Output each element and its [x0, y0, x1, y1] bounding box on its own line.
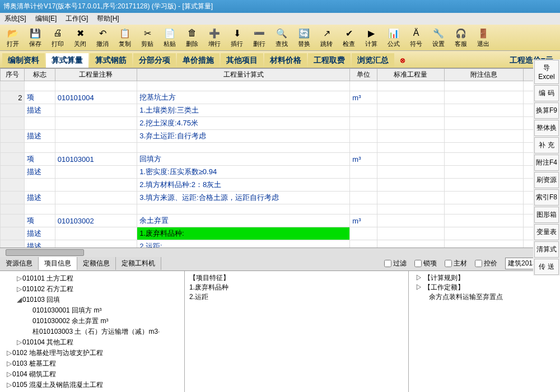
- grid-cell[interactable]: [1, 192, 25, 204]
- tree-item[interactable]: ▷0105 混凝土及钢筋混凝土工程: [2, 380, 182, 390]
- side-button[interactable]: 编 码: [534, 85, 559, 101]
- grid-row[interactable]: 描述3.弃土运距:自行考虑: [1, 130, 560, 143]
- grid-cell[interactable]: [350, 130, 377, 143]
- add-row-button[interactable]: ➕增行: [204, 26, 225, 49]
- grid-cell[interactable]: [1, 104, 25, 117]
- tree-expand-icon[interactable]: ▷: [17, 285, 22, 293]
- grid-cell[interactable]: [55, 117, 137, 130]
- grid-cell[interactable]: [444, 166, 523, 179]
- tree-item[interactable]: 桂010103003 土（石）方运输增（减）m3·: [2, 326, 182, 337]
- grid-cell[interactable]: [25, 179, 55, 192]
- save-button[interactable]: 💾保存: [25, 26, 46, 49]
- bottom-tab[interactable]: 定额工料机: [116, 257, 161, 270]
- undo-button[interactable]: ↶撤消: [92, 26, 113, 49]
- side-button[interactable]: 换算F9: [534, 102, 559, 119]
- menu-item[interactable]: 工作[G]: [66, 14, 88, 24]
- tree-item[interactable]: 0101030002 余土弃置 m³: [2, 316, 182, 326]
- grid-cell[interactable]: [55, 204, 137, 214]
- grid-row[interactable]: 描述3.填方来源、运距:合格土源，运距自行考虑: [1, 192, 560, 204]
- grid-cell[interactable]: [377, 192, 444, 204]
- grid-row[interactable]: 描述1.土壤类别:三类土: [1, 104, 560, 117]
- grid-cell[interactable]: 项: [25, 214, 55, 227]
- grid-cell[interactable]: [444, 91, 523, 104]
- grid-cell[interactable]: [1, 166, 25, 179]
- grid-cell[interactable]: [350, 143, 377, 153]
- grid-cell[interactable]: [55, 179, 137, 192]
- grid-cell[interactable]: [377, 117, 444, 130]
- grid-cell[interactable]: [1, 214, 25, 227]
- filter-checkbox[interactable]: [445, 260, 452, 267]
- grid-cell[interactable]: [350, 117, 377, 130]
- insert-row-button[interactable]: ⬇插行: [226, 26, 248, 49]
- side-button[interactable]: 补 充: [534, 137, 559, 153]
- grid-cell[interactable]: 挖基坑土方: [137, 91, 350, 104]
- goto-button[interactable]: ↗跳转: [316, 26, 337, 49]
- del-row-button[interactable]: ➖删行: [249, 26, 270, 49]
- grid-cell[interactable]: [25, 204, 55, 214]
- grid-cell[interactable]: [444, 179, 523, 192]
- bottom-tab[interactable]: 定额信息: [77, 257, 116, 270]
- filter-suoxiang[interactable]: 锁项: [414, 259, 437, 268]
- replace-button[interactable]: 🔄替换: [293, 26, 315, 49]
- filter-kongjia[interactable]: 控价: [475, 259, 497, 268]
- grid-row[interactable]: 2.挖土深度:4.75米: [1, 117, 560, 130]
- grid-cell[interactable]: 描述: [25, 240, 55, 248]
- grid-cell[interactable]: [377, 214, 444, 227]
- tree-expand-icon[interactable]: ▷: [17, 274, 22, 282]
- print-button[interactable]: 🖨打印: [47, 26, 68, 49]
- support-button[interactable]: 🎧客服: [450, 26, 472, 49]
- grid-cell[interactable]: [350, 240, 377, 248]
- filter-guolv[interactable]: 过滤: [384, 259, 407, 268]
- tree-item[interactable]: ▷010102 石方工程: [2, 284, 182, 295]
- grid-cell[interactable]: m³: [350, 91, 377, 104]
- module-tab[interactable]: 工程取费: [308, 53, 351, 68]
- module-tab[interactable]: 单价措施: [177, 53, 220, 68]
- grid-cell[interactable]: m³: [350, 153, 377, 166]
- check-button[interactable]: ✔检查: [338, 26, 360, 49]
- formula-button[interactable]: 📊公式: [383, 26, 404, 49]
- close-button[interactable]: ✖关闭: [69, 26, 91, 49]
- grid-cell[interactable]: [444, 104, 523, 117]
- grid-cell[interactable]: [55, 227, 137, 240]
- grid-cell[interactable]: [1, 143, 25, 153]
- grid-hscrollbar[interactable]: [0, 248, 560, 256]
- grid-cell[interactable]: [444, 204, 523, 214]
- grid-row[interactable]: 描述2.运距:: [1, 240, 560, 248]
- grid-row[interactable]: 描述1.废弃料品种:: [1, 227, 560, 240]
- side-button[interactable]: 图形箱: [534, 207, 559, 223]
- grid-row[interactable]: 项010103002余土弃置m³: [1, 214, 560, 227]
- grid-cell[interactable]: [25, 143, 55, 153]
- grid-cell[interactable]: 3.弃土运距:自行考虑: [137, 130, 350, 143]
- grid-header[interactable]: 标志: [25, 69, 55, 81]
- grid-cell[interactable]: [377, 104, 444, 117]
- tree-item[interactable]: 0101030001 回填方 m³: [2, 305, 182, 316]
- find-button[interactable]: 🔍查找: [271, 26, 292, 49]
- tree-expand-icon[interactable]: ▷: [7, 360, 12, 367]
- grid-cell[interactable]: [1, 179, 25, 192]
- cut-button[interactable]: ✂剪贴: [137, 26, 158, 49]
- grid-cell[interactable]: [377, 143, 444, 153]
- tree-item[interactable]: ◢010103 回填: [2, 295, 182, 305]
- grid-cell[interactable]: [55, 104, 137, 117]
- grid-header[interactable]: 序号: [1, 69, 25, 81]
- side-button[interactable]: 清算式: [534, 241, 559, 258]
- grid-cell[interactable]: [377, 240, 444, 248]
- grid-cell[interactable]: [377, 91, 444, 104]
- grid-cell[interactable]: [1, 204, 25, 214]
- grid-row[interactable]: 描述1.密实度:压实系数≥0.94: [1, 166, 560, 179]
- grid-cell[interactable]: 描述: [25, 227, 55, 240]
- grid-cell[interactable]: [377, 130, 444, 143]
- grid-header[interactable]: 标准工程量: [377, 69, 444, 81]
- filter-zhucai[interactable]: 主材: [445, 259, 467, 268]
- menu-item[interactable]: 帮助[H]: [97, 14, 119, 24]
- module-tab[interactable]: 其他项目: [221, 53, 263, 68]
- grid-cell[interactable]: [444, 214, 523, 227]
- grid-cell[interactable]: 010103002: [55, 214, 137, 227]
- grid-cell[interactable]: 1.废弃料品种:: [137, 227, 350, 240]
- tree-expand-icon[interactable]: ◢: [17, 296, 22, 304]
- grid-cell[interactable]: [377, 153, 444, 166]
- tree-item[interactable]: ▷0102 地基处理与边坡支护工程: [2, 348, 182, 358]
- grid-row[interactable]: 项010103001回填方m³: [1, 153, 560, 166]
- calc-button[interactable]: ▶计算: [361, 26, 382, 49]
- module-tab[interactable]: 分部分项: [133, 53, 176, 68]
